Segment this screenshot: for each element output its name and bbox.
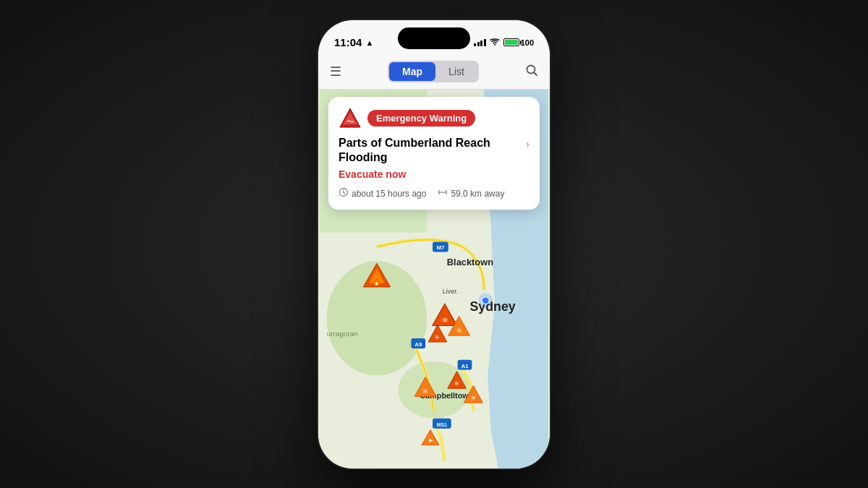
warning-header: 〜 Emergency Warning: [339, 107, 529, 130]
tab-list[interactable]: List: [435, 62, 477, 81]
dynamic-island: [398, 27, 470, 49]
battery-percent: 100: [521, 38, 534, 47]
svg-text:Liver.: Liver.: [443, 287, 458, 294]
svg-text:MS1: MS1: [437, 421, 447, 427]
svg-text:🔥: 🔥: [373, 277, 381, 286]
time-meta: about 15 hours ago: [339, 187, 426, 200]
warning-title-text: Parts of Cumberland Reach Flooding: [339, 137, 490, 164]
menu-button[interactable]: ☰: [330, 64, 341, 80]
svg-line-51: [344, 193, 346, 194]
location-arrow-icon: ▲: [365, 38, 373, 47]
battery-icon: 100: [503, 38, 534, 47]
flood-warning-icon: 〜: [339, 107, 362, 130]
svg-text:≋: ≋: [435, 334, 440, 341]
svg-text:Blacktown: Blacktown: [447, 257, 493, 267]
warning-meta: about 15 hours ago 59.0 km away: [339, 187, 529, 200]
signal-bars-icon: [474, 38, 486, 46]
svg-text:≋: ≋: [471, 395, 476, 401]
svg-text:A1: A1: [461, 362, 469, 369]
svg-text:≋: ≋: [456, 327, 462, 334]
status-icons: 100: [474, 38, 534, 48]
svg-point-0: [494, 43, 495, 45]
svg-text:A9: A9: [414, 341, 422, 347]
svg-line-2: [534, 72, 537, 75]
svg-point-24: [478, 293, 493, 307]
clock-icon: [339, 187, 349, 200]
tab-map[interactable]: Map: [389, 62, 435, 81]
evacuate-action[interactable]: Evacuate now: [339, 168, 529, 180]
svg-text:Sydney: Sydney: [469, 299, 515, 314]
svg-text:≋: ≋: [454, 380, 459, 387]
svg-point-1: [527, 65, 535, 73]
warning-card[interactable]: 〜 Emergency Warning › Parts of Cumberlan…: [328, 97, 540, 210]
emergency-badge: Emergency Warning: [367, 110, 475, 127]
svg-text:M7: M7: [436, 244, 445, 251]
time-display: 11:04: [334, 36, 362, 48]
scene: 11:04 ▲: [0, 0, 868, 488]
warning-title: › Parts of Cumberland Reach Flooding: [339, 136, 529, 166]
chevron-right-icon: ›: [526, 137, 529, 150]
distance-icon: [438, 187, 448, 200]
screen: 11:04 ▲: [318, 20, 550, 468]
time-ago-text: about 15 hours ago: [352, 189, 426, 199]
status-time: 11:04 ▲: [334, 36, 373, 48]
svg-text:urragoran: urragoran: [327, 330, 358, 338]
nav-bar: ☰ Map List: [318, 55, 550, 90]
distance-text: 59.0 km away: [451, 189, 504, 199]
wifi-icon: [490, 38, 500, 48]
svg-text:≋: ≋: [422, 388, 428, 395]
distance-meta: 59.0 km away: [438, 187, 504, 200]
search-button[interactable]: [525, 64, 538, 80]
phone-shell: 11:04 ▲: [318, 20, 550, 468]
svg-text:〜: 〜: [346, 117, 354, 126]
svg-text:≋: ≋: [442, 316, 448, 324]
nav-tabs: Map List: [388, 61, 479, 82]
